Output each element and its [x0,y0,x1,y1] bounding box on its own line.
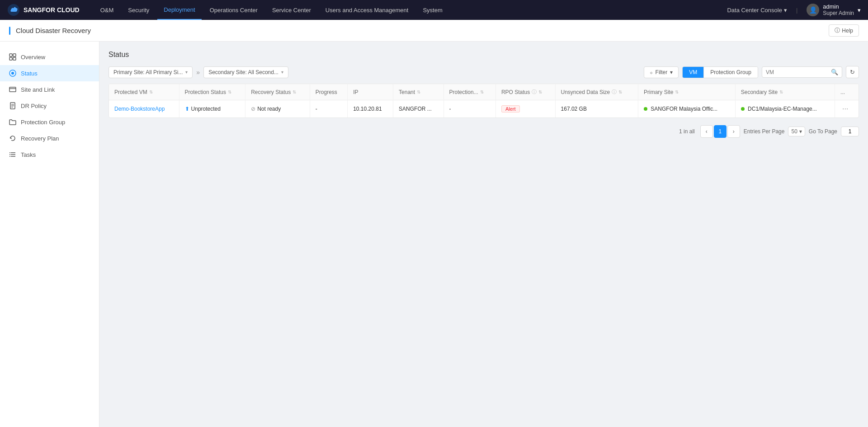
sidebar-item-label: Recovery Plan [21,135,59,142]
status-icon [9,70,16,77]
cell-tenant: SANGFOR ... [393,100,443,118]
page-header: Cloud Disaster Recovery ⓘ Help [0,20,868,42]
sidebar-item-label: Site and Link [21,86,55,93]
cell-recovery-status: ⊘ Not ready [245,100,310,118]
col-tenant: Tenant ⇅ [393,84,443,100]
sidebar-item-dr-policy[interactable]: DR Policy [0,98,99,114]
sort-icon[interactable]: ⇅ [538,89,542,94]
sort-icon[interactable]: ⇅ [779,89,783,94]
search-icon[interactable]: 🔍 [831,69,838,75]
user-chevron-icon: ▾ [858,7,861,14]
goto-page-label: Go To Page [809,128,837,135]
toolbar-right: ⬦ Filter ▾ VM Protection Group 🔍 ↻ [644,66,859,78]
primary-site-dropdown[interactable]: Primary Site: All Primary Si... ▾ [108,66,193,78]
svg-rect-7 [9,87,16,92]
nav-operations[interactable]: Operations Center [203,0,264,20]
user-menu[interactable]: 👤 admin Super Admin ▾ [807,3,861,17]
tab-protection-group[interactable]: Protection Group [704,67,758,78]
console-label: Data Center Console [727,7,782,14]
sort-icon[interactable]: ⇅ [675,89,679,94]
sidebar-item-recovery-plan[interactable]: Recovery Plan [0,130,99,146]
sidebar-item-tasks[interactable]: Tasks [0,146,99,163]
help-button[interactable]: ⓘ Help [829,24,859,37]
col-recovery-status: Recovery Status ⇅ [245,84,310,100]
page-navigation: ‹ 1 › [700,125,740,138]
sidebar-item-label: DR Policy [21,103,47,109]
sidebar-item-status[interactable]: Status [0,65,99,81]
sort-icon[interactable]: ⇅ [292,89,296,94]
main-content: Status Primary Site: All Primary Si... ▾… [99,42,868,427]
sidebar-item-protection-group[interactable]: Protection Group [0,114,99,130]
table-header-row: Protected VM ⇅ Protection Status ⇅ [109,84,859,100]
secondary-site-dropdown[interactable]: Secondary Site: All Second... ▾ [203,66,288,78]
col-rpo-status: RPO Status ⓘ ⇅ [495,84,555,100]
entries-per-page-label: Entries Per Page [744,128,785,135]
nav-separator: | [796,7,797,14]
secondary-site-chevron-icon: ▾ [281,70,283,75]
top-navigation: SANGFOR CLOUD O&M Security Deployment Op… [0,0,868,20]
entries-chevron-icon: ▾ [799,128,802,135]
page-title: Cloud Disaster Recovery [16,27,91,34]
vm-link[interactable]: Demo-BookstoreApp [114,106,165,112]
sort-icon[interactable]: ⇅ [480,89,484,94]
list-icon [9,151,16,158]
cell-protection-status: ⬆ Unprotected [179,100,245,118]
grid-icon [9,53,16,61]
prev-page-button[interactable]: ‹ [700,125,713,138]
nav-om[interactable]: O&M [94,0,120,20]
status-table: Protected VM ⇅ Protection Status ⇅ [109,84,859,117]
alert-badge: Alert [501,105,520,113]
primary-site-label: Primary Site: All Primary Si... [113,69,183,75]
console-selector[interactable]: Data Center Console ▾ [727,7,787,14]
svg-rect-1 [9,54,12,56]
sidebar-item-site-link[interactable]: Site and Link [0,81,99,98]
tab-vm[interactable]: VM [683,67,704,78]
history-icon [9,135,16,142]
sidebar: Overview Status Site and Link DR Polic [0,42,99,427]
nav-links: O&M Security Deployment Operations Cente… [94,0,727,20]
refresh-button[interactable]: ↻ [846,66,859,78]
col-primary-site: Primary Site ⇅ [638,84,735,100]
nav-service[interactable]: Service Center [266,0,317,20]
cell-unsynced: 167.02 GB [555,100,638,118]
filter-button[interactable]: ⬦ Filter ▾ [644,66,679,78]
col-secondary-site: Secondary Site ⇅ [735,84,835,100]
sidebar-item-label: Tasks [21,151,36,158]
col-progress: Progress [310,84,347,100]
primary-site-dot [644,107,647,111]
console-chevron-icon: ▾ [784,7,787,14]
goto-page-input[interactable] [841,127,859,136]
next-page-button[interactable]: › [727,125,740,138]
cell-ip: 10.10.20.81 [348,100,393,118]
primary-site-chevron-icon: ▾ [185,70,188,75]
sidebar-item-overview[interactable]: Overview [0,49,99,65]
col-protection-status: Protection Status ⇅ [179,84,245,100]
user-role: Super Admin [823,10,854,17]
unprotected-icon: ⬆ [185,106,189,112]
link-icon [9,86,16,93]
svg-point-17 [9,154,10,155]
sidebar-item-label: Protection Group [21,119,65,126]
pagination: 1 in all ‹ 1 › Entries Per Page 50 ▾ Go … [108,125,859,138]
entries-per-page-select[interactable]: 50 ▾ [788,127,805,136]
sort-icon[interactable]: ⇅ [417,89,420,94]
search-input[interactable] [766,69,829,75]
help-icon: ⓘ [835,27,840,34]
protection-status-badge: ⬆ Unprotected [185,106,221,112]
sort-icon[interactable]: ⇅ [228,89,231,94]
svg-point-16 [9,152,10,153]
info-icon: ⓘ [532,89,537,95]
user-details: admin Super Admin [823,3,854,17]
page-1-button[interactable]: 1 [714,125,726,138]
doc-icon [9,102,16,109]
nav-security[interactable]: Security [122,0,156,20]
nav-users[interactable]: Users and Access Management [319,0,415,20]
more-actions-button[interactable]: ··· [840,105,850,113]
sort-icon[interactable]: ⇅ [149,89,153,94]
view-tabs: VM Protection Group [682,66,758,78]
data-table: Protected VM ⇅ Protection Status ⇅ [108,84,859,118]
sort-icon[interactable]: ⇅ [618,89,622,94]
nav-system[interactable]: System [416,0,448,20]
app-name: SANGFOR CLOUD [24,6,80,14]
nav-deployment[interactable]: Deployment [157,0,201,20]
